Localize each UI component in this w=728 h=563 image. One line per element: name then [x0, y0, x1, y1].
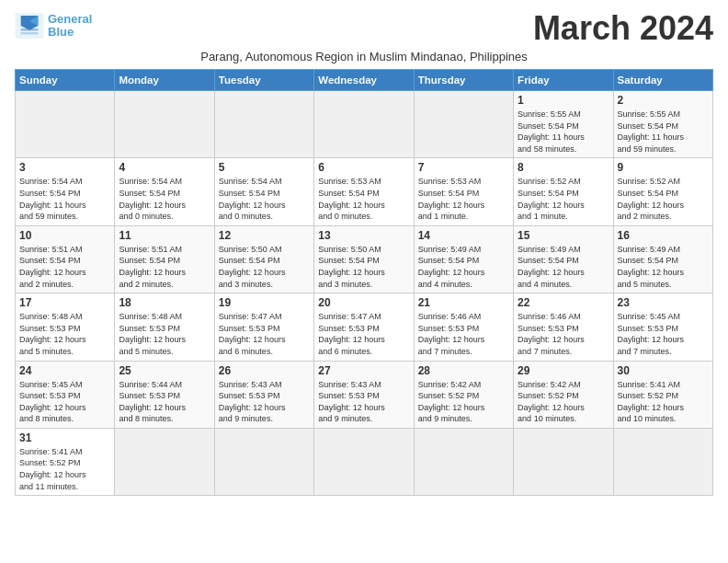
day-info: Sunrise: 5:45 AM Sunset: 5:53 PM Dayligh…: [618, 311, 709, 357]
calendar-cell: [214, 91, 313, 158]
calendar-cell: 13Sunrise: 5:50 AM Sunset: 5:54 PM Dayli…: [314, 225, 414, 293]
calendar-cell: 11Sunrise: 5:51 AM Sunset: 5:54 PM Dayli…: [115, 225, 214, 293]
day-number: 31: [19, 431, 110, 444]
day-number: 12: [219, 229, 310, 242]
calendar-week-row: 3Sunrise: 5:54 AM Sunset: 5:54 PM Daylig…: [16, 158, 713, 225]
calendar-cell: 31Sunrise: 5:41 AM Sunset: 5:52 PM Dayli…: [16, 428, 115, 495]
day-number: 27: [318, 364, 409, 377]
day-info: Sunrise: 5:46 AM Sunset: 5:53 PM Dayligh…: [518, 311, 609, 357]
calendar-cell: 12Sunrise: 5:50 AM Sunset: 5:54 PM Dayli…: [214, 225, 313, 293]
day-info: Sunrise: 5:48 AM Sunset: 5:53 PM Dayligh…: [119, 311, 210, 357]
calendar-cell: 23Sunrise: 5:45 AM Sunset: 5:53 PM Dayli…: [613, 293, 712, 361]
calendar-cell: 19Sunrise: 5:47 AM Sunset: 5:53 PM Dayli…: [214, 293, 313, 361]
day-number: 18: [119, 296, 210, 309]
day-number: 7: [418, 161, 509, 174]
month-title: March 2024: [533, 9, 713, 48]
calendar-week-row: 17Sunrise: 5:48 AM Sunset: 5:53 PM Dayli…: [16, 293, 713, 361]
day-number: 5: [219, 161, 310, 174]
day-number: 14: [418, 229, 509, 242]
calendar-week-row: 24Sunrise: 5:45 AM Sunset: 5:53 PM Dayli…: [16, 361, 713, 428]
day-header-sunday: Sunday: [16, 70, 115, 91]
calendar-cell: 28Sunrise: 5:42 AM Sunset: 5:52 PM Dayli…: [414, 361, 513, 428]
calendar-cell: [214, 428, 313, 495]
day-info: Sunrise: 5:54 AM Sunset: 5:54 PM Dayligh…: [219, 176, 310, 222]
day-info: Sunrise: 5:52 AM Sunset: 5:54 PM Dayligh…: [618, 176, 709, 222]
calendar-cell: [314, 428, 414, 495]
calendar-cell: 7Sunrise: 5:53 AM Sunset: 5:54 PM Daylig…: [414, 158, 513, 225]
day-info: Sunrise: 5:47 AM Sunset: 5:53 PM Dayligh…: [219, 311, 310, 357]
day-info: Sunrise: 5:53 AM Sunset: 5:54 PM Dayligh…: [418, 176, 509, 222]
calendar-cell: 9Sunrise: 5:52 AM Sunset: 5:54 PM Daylig…: [613, 158, 712, 225]
day-header-wednesday: Wednesday: [314, 70, 414, 91]
calendar-cell: [16, 91, 115, 158]
day-info: Sunrise: 5:51 AM Sunset: 5:54 PM Dayligh…: [19, 244, 110, 290]
calendar-cell: [613, 428, 712, 495]
day-number: 10: [19, 229, 110, 242]
logo-text: General Blue: [48, 13, 92, 40]
day-number: 17: [19, 296, 110, 309]
day-number: 3: [19, 161, 110, 174]
day-header-monday: Monday: [115, 70, 214, 91]
calendar-cell: 18Sunrise: 5:48 AM Sunset: 5:53 PM Dayli…: [115, 293, 214, 361]
day-info: Sunrise: 5:46 AM Sunset: 5:53 PM Dayligh…: [418, 311, 509, 357]
day-number: 9: [618, 161, 709, 174]
day-number: 2: [618, 94, 709, 107]
day-number: 24: [19, 364, 110, 377]
day-info: Sunrise: 5:55 AM Sunset: 5:54 PM Dayligh…: [518, 109, 609, 155]
calendar-cell: 6Sunrise: 5:53 AM Sunset: 5:54 PM Daylig…: [314, 158, 414, 225]
days-header-row: SundayMondayTuesdayWednesdayThursdayFrid…: [16, 70, 713, 91]
calendar-cell: 4Sunrise: 5:54 AM Sunset: 5:54 PM Daylig…: [115, 158, 214, 225]
day-number: 8: [518, 161, 609, 174]
calendar-cell: [115, 428, 214, 495]
day-info: Sunrise: 5:53 AM Sunset: 5:54 PM Dayligh…: [318, 176, 409, 222]
calendar-cell: 27Sunrise: 5:43 AM Sunset: 5:53 PM Dayli…: [314, 361, 414, 428]
day-number: 22: [518, 296, 609, 309]
day-number: 28: [418, 364, 509, 377]
day-number: 19: [219, 296, 310, 309]
day-number: 23: [618, 296, 709, 309]
calendar-cell: 17Sunrise: 5:48 AM Sunset: 5:53 PM Dayli…: [16, 293, 115, 361]
day-info: Sunrise: 5:42 AM Sunset: 5:52 PM Dayligh…: [518, 379, 609, 425]
day-info: Sunrise: 5:42 AM Sunset: 5:52 PM Dayligh…: [418, 379, 509, 425]
logo-icon: [15, 13, 44, 39]
svg-rect-3: [21, 29, 39, 30]
day-info: Sunrise: 5:50 AM Sunset: 5:54 PM Dayligh…: [318, 244, 409, 290]
calendar-cell: [514, 428, 613, 495]
day-info: Sunrise: 5:54 AM Sunset: 5:54 PM Dayligh…: [19, 176, 110, 222]
calendar-cell: 21Sunrise: 5:46 AM Sunset: 5:53 PM Dayli…: [414, 293, 513, 361]
calendar-cell: 2Sunrise: 5:55 AM Sunset: 5:54 PM Daylig…: [613, 91, 712, 158]
calendar-cell: 24Sunrise: 5:45 AM Sunset: 5:53 PM Dayli…: [16, 361, 115, 428]
calendar-cell: 29Sunrise: 5:42 AM Sunset: 5:52 PM Dayli…: [514, 361, 613, 428]
day-info: Sunrise: 5:50 AM Sunset: 5:54 PM Dayligh…: [219, 244, 310, 290]
calendar-cell: 25Sunrise: 5:44 AM Sunset: 5:53 PM Dayli…: [115, 361, 214, 428]
calendar-cell: 8Sunrise: 5:52 AM Sunset: 5:54 PM Daylig…: [514, 158, 613, 225]
svg-rect-4: [21, 32, 39, 34]
day-number: 20: [318, 296, 409, 309]
day-header-thursday: Thursday: [414, 70, 513, 91]
calendar-cell: 30Sunrise: 5:41 AM Sunset: 5:52 PM Dayli…: [613, 361, 712, 428]
day-number: 15: [518, 229, 609, 242]
day-info: Sunrise: 5:45 AM Sunset: 5:53 PM Dayligh…: [19, 379, 110, 425]
day-number: 13: [318, 229, 409, 242]
day-header-friday: Friday: [514, 70, 613, 91]
day-number: 4: [119, 161, 210, 174]
day-info: Sunrise: 5:43 AM Sunset: 5:53 PM Dayligh…: [318, 379, 409, 425]
calendar-cell: 3Sunrise: 5:54 AM Sunset: 5:54 PM Daylig…: [16, 158, 115, 225]
day-number: 29: [518, 364, 609, 377]
logo: General Blue: [15, 13, 92, 40]
day-info: Sunrise: 5:49 AM Sunset: 5:54 PM Dayligh…: [418, 244, 509, 290]
day-info: Sunrise: 5:51 AM Sunset: 5:54 PM Dayligh…: [119, 244, 210, 290]
calendar-week-row: 10Sunrise: 5:51 AM Sunset: 5:54 PM Dayli…: [16, 225, 713, 293]
calendar-cell: 22Sunrise: 5:46 AM Sunset: 5:53 PM Dayli…: [514, 293, 613, 361]
day-info: Sunrise: 5:49 AM Sunset: 5:54 PM Dayligh…: [618, 244, 709, 290]
calendar-cell: [414, 428, 513, 495]
day-info: Sunrise: 5:54 AM Sunset: 5:54 PM Dayligh…: [119, 176, 210, 222]
day-info: Sunrise: 5:41 AM Sunset: 5:52 PM Dayligh…: [19, 446, 110, 492]
day-number: 6: [318, 161, 409, 174]
calendar-subtitle: Parang, Autonomous Region in Muslim Mind…: [15, 50, 713, 63]
day-info: Sunrise: 5:55 AM Sunset: 5:54 PM Dayligh…: [618, 109, 709, 155]
calendar-week-row: 31Sunrise: 5:41 AM Sunset: 5:52 PM Dayli…: [16, 428, 713, 495]
calendar-cell: 26Sunrise: 5:43 AM Sunset: 5:53 PM Dayli…: [214, 361, 313, 428]
day-header-saturday: Saturday: [613, 70, 712, 91]
calendar-week-row: 1Sunrise: 5:55 AM Sunset: 5:54 PM Daylig…: [16, 91, 713, 158]
